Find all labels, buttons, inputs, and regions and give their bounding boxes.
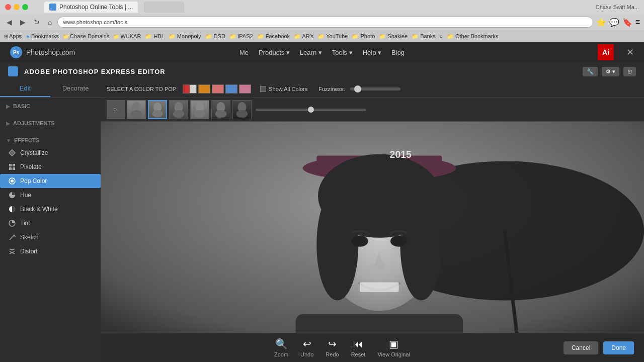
settings-button[interactable]: ⚙ ▾ xyxy=(602,67,619,76)
svg-rect-5 xyxy=(13,167,15,170)
ps-logo-text: Photoshop.com xyxy=(26,48,75,56)
pixelate-icon xyxy=(8,163,16,171)
effect-bw[interactable]: Black & White xyxy=(0,202,101,216)
swatch-red[interactable] xyxy=(183,84,197,94)
thumbnail-slider-thumb[interactable] xyxy=(308,107,314,113)
bookmark-ipas2[interactable]: 📁 iPAS2 xyxy=(229,33,253,40)
tab-edit-label: Edit xyxy=(20,84,31,92)
show-all-checkbox[interactable] xyxy=(260,86,266,92)
canvas-image[interactable]: 2015 xyxy=(101,122,644,333)
address-bar[interactable]: www.photoshop.com/tools xyxy=(57,17,593,28)
nav-help[interactable]: Help ▾ xyxy=(363,49,381,56)
bookmark-apps[interactable]: ⊞ Apps xyxy=(4,33,22,39)
effect-sketch[interactable]: Sketch xyxy=(0,230,101,244)
fuzziness-slider[interactable] xyxy=(350,87,400,90)
effect-distort[interactable]: Distort xyxy=(0,244,101,258)
bottom-tools: 🔍 Zoom ↩ Undo ↪ Redo ⏮ Reset xyxy=(274,338,410,357)
forward-button[interactable]: ▶ xyxy=(18,17,28,27)
thumbnail-3[interactable] xyxy=(169,100,188,119)
thumbnail-5[interactable] xyxy=(211,100,230,119)
swatch-blue[interactable] xyxy=(225,84,237,94)
pixelate-label: Pixelate xyxy=(20,163,42,170)
tool-zoom[interactable]: 🔍 Zoom xyxy=(274,338,288,357)
maximize-dot[interactable] xyxy=(22,4,28,10)
swatch-pink[interactable] xyxy=(212,84,224,94)
svg-point-16 xyxy=(152,110,163,117)
tool-undo[interactable]: ↩ Undo xyxy=(300,338,313,357)
home-button[interactable]: ⌂ xyxy=(45,17,54,27)
nav-blog[interactable]: Blog xyxy=(391,49,405,56)
svg-point-34 xyxy=(351,236,368,247)
effect-hue[interactable]: Hue xyxy=(0,188,101,202)
swatch-orange[interactable] xyxy=(198,84,210,94)
close-dot[interactable] xyxy=(5,4,11,10)
effect-pixelate[interactable]: Pixelate xyxy=(0,160,101,174)
bookmark-photo[interactable]: 📁 Photo xyxy=(352,33,375,40)
canvas-area: SELECT A COLOR TO POP: Show All Colors F… xyxy=(101,80,644,362)
tab-edit[interactable]: Edit xyxy=(0,80,50,97)
bookmark-dsd[interactable]: 📁 DSD xyxy=(205,33,225,40)
bookmark-banks[interactable]: 📁 Banks xyxy=(412,33,436,40)
tool-view-original[interactable]: ▣ View Original xyxy=(377,338,410,357)
color-toolbar: SELECT A COLOR TO POP: Show All Colors F… xyxy=(101,80,644,98)
adobe-icon: Ai xyxy=(598,44,614,60)
active-tab[interactable]: Photoshop Online Tools | ... xyxy=(44,2,138,13)
view-mode-button[interactable]: ⊡ xyxy=(623,67,636,76)
thumbnail-slider[interactable] xyxy=(256,109,366,111)
inactive-tab[interactable] xyxy=(144,2,184,13)
bookmark-wukar[interactable]: 📁 WUKAR xyxy=(113,33,141,39)
cancel-button[interactable]: Cancel xyxy=(564,341,598,354)
section-basic-header[interactable]: ▶ BASIC xyxy=(0,101,101,112)
magic-tool-button[interactable]: 🔧 xyxy=(583,67,598,76)
bookmark-monopoly[interactable]: 📁 Monopoly xyxy=(169,33,201,40)
effect-tint[interactable]: Tint xyxy=(0,216,101,230)
thumbnail-6[interactable] xyxy=(232,100,252,119)
bookmark-youtube[interactable]: 📁 YouTube xyxy=(317,33,348,40)
tint-label: Tint xyxy=(20,220,30,227)
bookmark-chase-domains[interactable]: 📁 Chase Domains xyxy=(63,33,109,39)
show-all-colors[interactable]: Show All Colors xyxy=(260,86,307,92)
bookmark-ars[interactable]: 📁 AR's xyxy=(294,33,313,40)
zoom-icon: 🔍 xyxy=(275,338,288,350)
view-original-icon: ▣ xyxy=(389,338,398,350)
nav-tools[interactable]: Tools ▾ xyxy=(332,49,353,56)
effect-crystallize[interactable]: Crystallize xyxy=(0,146,101,160)
sidebar-tabs: Edit Decorate xyxy=(0,80,101,98)
slider-thumb[interactable] xyxy=(354,85,361,93)
thumbnail-1[interactable] xyxy=(127,100,146,119)
hue-label: Hue xyxy=(20,192,31,199)
minimize-dot[interactable] xyxy=(14,4,20,10)
effect-pop-color[interactable]: Pop Color xyxy=(0,174,101,188)
tab-decorate[interactable]: Decorate xyxy=(50,80,101,97)
done-button[interactable]: Done xyxy=(603,341,634,354)
thumbnail-4[interactable] xyxy=(190,100,209,119)
browser-titlebar: Photoshop Online Tools | ... Chase Swift… xyxy=(0,0,644,14)
svg-rect-39 xyxy=(296,314,463,333)
back-button[interactable]: ◀ xyxy=(4,17,15,27)
distort-icon xyxy=(8,247,16,255)
thumbnail-0[interactable]: D. xyxy=(107,100,125,119)
nav-learn[interactable]: Learn ▾ xyxy=(300,49,322,56)
close-button[interactable]: ✕ xyxy=(626,47,634,58)
bookmark-hbl[interactable]: 📁 HBL xyxy=(145,33,164,40)
section-adjustments-header[interactable]: ▶ ADJUSTMENTS xyxy=(0,118,101,129)
svg-point-35 xyxy=(390,236,407,247)
nav-me[interactable]: Me xyxy=(239,49,249,56)
nav-products[interactable]: Products ▾ xyxy=(259,49,290,56)
bookmark-shaklee[interactable]: 📁 Shaklee xyxy=(379,33,408,40)
swatch-rose[interactable] xyxy=(239,84,251,94)
ps-nav-links: Me Products ▾ Learn ▾ Tools ▾ Help ▾ Blo… xyxy=(239,49,405,56)
bookmark-bookmarks[interactable]: ★ Bookmarks xyxy=(26,33,59,39)
crystallize-label: Crystallize xyxy=(20,149,48,156)
refresh-button[interactable]: ↻ xyxy=(31,17,42,27)
tab-label: Photoshop Online Tools | ... xyxy=(59,4,133,11)
bookmark-facebook[interactable]: 📁 Facebook xyxy=(257,33,290,40)
effects-label: EFFECTS xyxy=(14,137,39,143)
undo-icon: ↩ xyxy=(303,338,311,350)
tool-redo[interactable]: ↪ Redo xyxy=(326,338,339,357)
tool-reset[interactable]: ⏮ Reset xyxy=(351,338,366,357)
thumbnail-2[interactable] xyxy=(148,100,167,119)
bookmark-other[interactable]: 📁 Other Bookmarks xyxy=(447,33,499,40)
slider-track[interactable] xyxy=(350,87,400,90)
section-effects-header[interactable]: ▼ EFFECTS xyxy=(0,135,101,146)
